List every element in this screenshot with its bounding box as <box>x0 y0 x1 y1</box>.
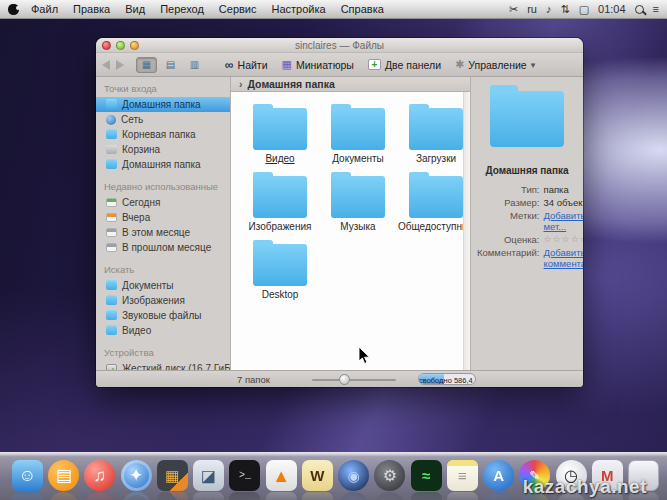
sidebar-item-today[interactable]: Сегодня <box>96 195 230 210</box>
menu-help[interactable]: Справка <box>341 3 384 15</box>
dock-icon-vlc[interactable]: ▲ <box>266 460 297 491</box>
dock-icon-utilities-gear[interactable]: ⚙ <box>374 460 405 491</box>
folder-icon <box>106 326 117 335</box>
menu-go[interactable]: Переход <box>160 3 204 15</box>
folder-icon <box>106 311 117 320</box>
sidebar-item-home[interactable]: Домашняя папка <box>96 97 230 112</box>
apple-icon[interactable] <box>8 4 19 15</box>
zoom-slider[interactable] <box>312 379 396 381</box>
sidebar-item-images[interactable]: Изображения <box>96 293 230 308</box>
dock-icon-safari[interactable]: ✦ <box>121 460 152 491</box>
places-sidebar: Точки входа Домашняя папка Сеть Корневая… <box>96 77 230 370</box>
clipboard-icon[interactable]: ✂ <box>509 3 518 16</box>
sidebar-item-audio[interactable]: Звуковые файлы <box>96 308 230 323</box>
folder-grid: Видео Документы Загрузки Изображени <box>231 92 470 300</box>
sidebar-item-yesterday[interactable]: Вчера <box>96 210 230 225</box>
menu-tools[interactable]: Сервис <box>219 3 257 15</box>
chevron-down-icon: ▾ <box>531 60 536 70</box>
view-mode-buttons: ▦ ▤ ▥ <box>136 57 205 73</box>
forward-button[interactable] <box>116 60 124 70</box>
selected-folder-icon <box>490 91 564 147</box>
clock[interactable]: 01:04 <box>598 3 626 15</box>
add-tags-link[interactable]: Добавить мет... <box>543 210 583 232</box>
mouse-cursor <box>358 347 372 365</box>
file-manager-window: sinclaires — Файлы ▦ ▤ ▥ ∞ Найти ▦ Миниа… <box>96 38 583 387</box>
add-comment-link[interactable]: Добавить комментарий <box>543 247 583 269</box>
menu-edit[interactable]: Правка <box>73 3 110 15</box>
dock-icon-calculator[interactable]: ▦ <box>157 460 188 491</box>
vertical-scrollbar[interactable] <box>463 92 470 370</box>
folder-icon <box>331 108 385 150</box>
info-title: Домашняя папка <box>485 165 568 176</box>
rating-stars[interactable]: ☆☆☆☆☆ <box>543 234 583 245</box>
columns-view-button[interactable]: ▥ <box>184 57 205 73</box>
breadcrumb-home[interactable]: Домашняя папка <box>248 78 335 90</box>
sidebar-item-network[interactable]: Сеть <box>96 112 230 127</box>
folder-item-documents[interactable]: Документы <box>319 102 397 164</box>
folder-view[interactable]: Видео Документы Загрузки Изображени <box>231 92 470 370</box>
control-menu-button[interactable]: ✱ Управление ▾ <box>451 56 539 73</box>
dock-icon-itunes[interactable]: ♫ <box>84 460 115 491</box>
menu-file[interactable]: Файл <box>31 3 58 15</box>
folder-icon <box>253 108 307 150</box>
info-comment-label: Комментарий: <box>477 247 539 269</box>
icons-view-button[interactable]: ▦ <box>136 57 157 73</box>
sidebar-item-documents[interactable]: Документы <box>96 278 230 293</box>
thumbnails-button[interactable]: ▦ Миниатюры <box>278 56 358 73</box>
breadcrumb[interactable]: › Домашняя папка <box>231 77 470 92</box>
details-view-button[interactable]: ▤ <box>160 57 181 73</box>
dock-icon-preview[interactable]: ◪ <box>193 460 224 491</box>
dock-icon-textedit[interactable]: ≡ <box>447 460 478 491</box>
split-panels-icon: + <box>368 59 381 70</box>
volume-icon[interactable]: ♪ <box>546 3 552 15</box>
thumbnails-icon: ▦ <box>282 58 292 71</box>
folder-icon <box>106 296 117 305</box>
menu-list-icon[interactable]: ≡ <box>653 3 659 15</box>
binoculars-icon: ∞ <box>225 58 234 72</box>
sidebar-item-root[interactable]: Корневая папка <box>96 127 230 142</box>
dock-icon-app-store[interactable]: A <box>483 460 514 491</box>
info-tags-label: Метки: <box>477 210 539 232</box>
folder-icon <box>106 100 117 109</box>
dock-icon-finder[interactable]: ☺ <box>12 460 43 491</box>
calendar-icon <box>106 228 117 237</box>
title-bar[interactable]: sinclaires — Файлы <box>96 38 583 53</box>
updates-icon[interactable]: ⇅ <box>560 3 569 16</box>
folder-item-desktop[interactable]: Desktop <box>241 238 319 300</box>
dock-icon-network-orb[interactable]: ◉ <box>338 460 369 491</box>
info-type-label: Тип: <box>477 184 539 195</box>
search-icon[interactable] <box>635 5 644 14</box>
folder-item-public[interactable]: Общедоступные <box>397 170 470 232</box>
sidebar-item-hard-disk[interactable]: Жесткий диск (16,7 ГиБ) <box>96 361 230 370</box>
zoom-slider-handle[interactable] <box>339 374 350 385</box>
section-title: Устройства <box>96 345 230 361</box>
sidebar-item-home-2[interactable]: Домашняя папка <box>96 157 230 172</box>
folder-icon <box>253 244 307 286</box>
folder-icon <box>331 176 385 218</box>
menu-view[interactable]: Вид <box>125 3 145 15</box>
folder-icon <box>106 130 117 139</box>
folder-item-images[interactable]: Изображения <box>241 170 319 232</box>
trash-icon <box>106 145 117 154</box>
menu-settings[interactable]: Настройка <box>272 3 326 15</box>
find-button[interactable]: ∞ Найти <box>221 56 272 74</box>
keyboard-layout-indicator[interactable]: ru <box>527 3 537 15</box>
folder-view-pane: › Домашняя папка Видео Документы <box>230 77 471 370</box>
split-view-button[interactable]: + Две панели <box>364 57 445 73</box>
sidebar-item-trash[interactable]: Корзина <box>96 142 230 157</box>
sidebar-item-this-month[interactable]: В этом месяце <box>96 225 230 240</box>
display-icon[interactable]: ▢ <box>579 3 589 16</box>
folder-item-video[interactable]: Видео <box>241 102 319 164</box>
folder-item-music[interactable]: Музыка <box>319 170 397 232</box>
info-size-value: 34 объекта <box>543 197 583 208</box>
folder-icon <box>409 108 463 150</box>
sidebar-item-video[interactable]: Видео <box>96 323 230 338</box>
dock-icon-terminal[interactable]: >_ <box>229 460 260 491</box>
dock-icon-system-monitor[interactable]: ≈ <box>411 460 442 491</box>
folder-item-downloads[interactable]: Загрузки <box>397 102 470 164</box>
menu-items: Файл Правка Вид Переход Сервис Настройка… <box>31 3 384 15</box>
back-button[interactable] <box>102 60 110 70</box>
dock-icon-wine[interactable]: W <box>302 460 333 491</box>
sidebar-item-last-month[interactable]: В прошлом месяце <box>96 240 230 255</box>
dock-icon-contacts-book[interactable]: ▤ <box>48 460 79 491</box>
